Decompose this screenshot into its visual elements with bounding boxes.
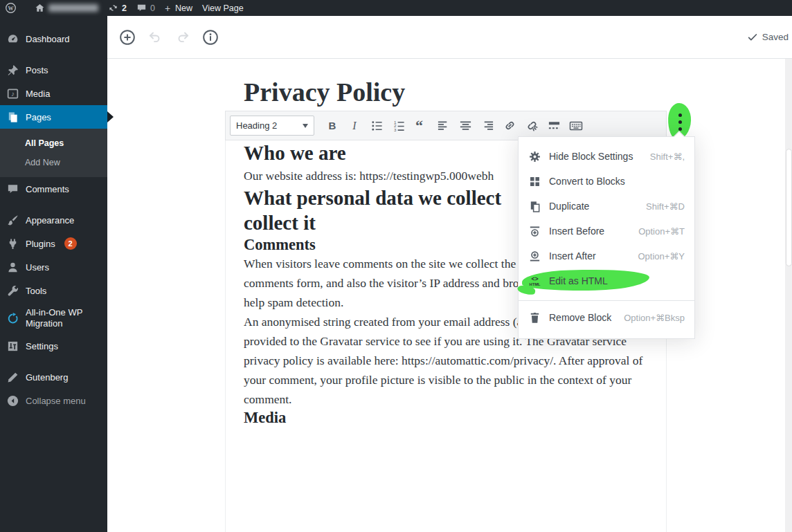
comments-menu[interactable]: 0 (132, 0, 160, 16)
menu-item-edit-as-html[interactable]: <> HTML Edit as HTML (519, 268, 694, 293)
settings-icon (6, 340, 19, 353)
gear-icon (528, 150, 541, 163)
wordpress-logo-icon: W (5, 2, 17, 14)
chevron-down-icon (303, 124, 308, 131)
pages-submenu: All Pages Add New (0, 129, 107, 177)
media-icon: ♪ (6, 87, 19, 100)
sidebar-item-plugins[interactable]: Plugins 2 (0, 232, 107, 255)
block-inserter-button[interactable] (117, 27, 138, 48)
align-center-button[interactable] (455, 116, 476, 136)
menu-shortcut: Option+⌘Y (638, 251, 685, 262)
new-menu[interactable]: + New (160, 0, 197, 16)
blocks-icon (528, 175, 541, 188)
brush-icon (6, 214, 19, 227)
scrollbar-track (785, 59, 792, 532)
format-select[interactable]: Heading 2 (230, 116, 314, 136)
svg-text:3: 3 (393, 127, 396, 132)
sidebar-item-label: Appearance (26, 215, 74, 226)
undo-button[interactable] (145, 27, 165, 48)
align-right-button[interactable] (477, 116, 498, 136)
migration-icon (6, 312, 19, 325)
menu-shortcut: Option+⌘Bksp (624, 313, 685, 323)
sidebar-item-settings[interactable]: Settings (0, 334, 107, 358)
sidebar-item-gutenberg[interactable]: Gutenberg (0, 365, 107, 389)
menu-item-duplicate[interactable]: Duplicate Shift+⌘D (519, 194, 694, 219)
unlink-button[interactable] (521, 116, 542, 136)
user-icon (6, 261, 19, 274)
svg-text:<>: <> (532, 275, 539, 282)
format-select-value: Heading 2 (236, 120, 277, 131)
sidebar-item-label: Plugins (26, 239, 55, 249)
page-title-input[interactable]: Privacy Policy (244, 77, 405, 107)
view-page-link[interactable]: View Page (197, 0, 249, 16)
svg-text:W: W (8, 6, 13, 12)
undo-icon (147, 30, 163, 45)
comment-bubble-icon (136, 3, 147, 13)
content-structure-button[interactable] (200, 27, 221, 48)
info-icon (202, 29, 219, 46)
menu-item-convert-to-blocks[interactable]: Convert to Blocks (519, 169, 694, 194)
sidebar-item-label: Dashboard (26, 34, 70, 44)
sidebar-item-comments[interactable]: Comments (0, 177, 107, 201)
menu-item-hide-block-settings[interactable]: Hide Block Settings Shift+⌘, (519, 144, 694, 169)
italic-button[interactable]: I (344, 116, 365, 136)
ellipsis-dot (678, 120, 682, 124)
sidebar-item-pages[interactable]: Pages (0, 105, 107, 129)
menu-divider (519, 300, 694, 301)
bold-button[interactable]: B (322, 116, 343, 136)
sidebar-item-media[interactable]: ♪ Media (0, 82, 107, 105)
align-center-icon (459, 119, 472, 132)
blockquote-button[interactable]: “ (411, 116, 431, 136)
sidebar-item-appearance[interactable]: Appearance (0, 208, 107, 232)
bulleted-list-icon (370, 119, 384, 132)
saved-label: Saved (762, 32, 789, 42)
sidebar-item-tools[interactable]: Tools (0, 279, 107, 302)
plugins-update-badge: 2 (64, 237, 77, 250)
sidebar-subitem-add-new[interactable]: Add New (0, 153, 107, 172)
comments-count: 0 (150, 3, 155, 13)
collapse-menu-button[interactable]: Collapse menu (0, 389, 107, 412)
menu-item-insert-before[interactable]: Insert Before Option+⌘T (519, 219, 694, 244)
saved-check-icon (747, 32, 758, 43)
updates-menu[interactable]: 2 (103, 0, 132, 16)
collapse-icon (6, 394, 19, 407)
bulleted-list-button[interactable] (366, 116, 387, 136)
sidebar-item-posts[interactable]: Posts (0, 58, 107, 82)
site-menu[interactable] (30, 0, 103, 16)
updates-count: 2 (122, 3, 127, 13)
redo-icon (175, 30, 190, 45)
unlink-icon (525, 119, 539, 132)
menu-item-remove-block[interactable]: Remove Block Option+⌘Bksp (519, 305, 694, 330)
plus-icon: + (165, 3, 170, 13)
ellipsis-dot (678, 127, 682, 131)
scrollbar-thumb[interactable] (786, 149, 792, 266)
inserter-plus-icon (119, 29, 136, 46)
sidebar-item-label: Settings (26, 341, 58, 351)
align-left-button[interactable] (433, 116, 453, 136)
menu-separator (0, 358, 107, 365)
sidebar-item-users[interactable]: Users (0, 255, 107, 279)
sidebar-item-label: Posts (26, 65, 48, 75)
sidebar-subitem-all-pages[interactable]: All Pages (0, 134, 107, 153)
plug-icon (6, 237, 19, 250)
align-left-icon (437, 119, 450, 132)
sidebar-item-label: Gutenberg (26, 372, 68, 383)
admin-bar: W 2 0 + New View Page (0, 0, 792, 16)
sidebar-item-label: Tools (26, 286, 46, 296)
pin-icon (6, 64, 19, 77)
menu-separator (0, 201, 107, 208)
more-tag-button[interactable] (543, 116, 564, 136)
pages-icon (6, 111, 19, 124)
updates-icon (108, 3, 118, 13)
link-button[interactable] (499, 116, 520, 136)
keyboard-button[interactable] (566, 116, 586, 136)
blockquote-icon: “ (414, 119, 428, 133)
numbered-list-button[interactable]: 123 (388, 116, 409, 136)
heading-media[interactable]: Media (244, 409, 651, 427)
sidebar-item-all-in-one-wp-migration[interactable]: All-in-One WP Migration (0, 302, 107, 334)
redo-button[interactable] (172, 27, 193, 48)
wordpress-menu[interactable]: W (0, 0, 21, 16)
ellipsis-dot (678, 113, 682, 117)
menu-item-insert-after[interactable]: Insert After Option+⌘Y (519, 244, 694, 268)
sidebar-item-dashboard[interactable]: Dashboard (0, 27, 107, 51)
